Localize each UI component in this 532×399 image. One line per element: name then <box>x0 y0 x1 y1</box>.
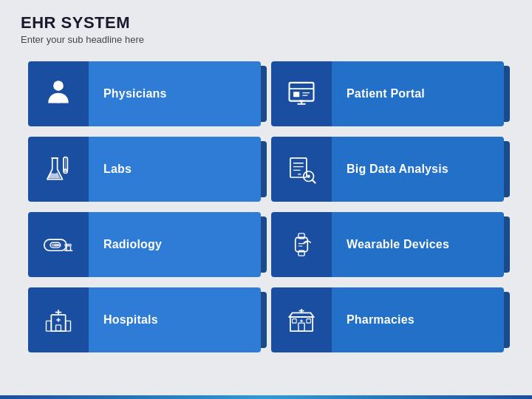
hospital-icon <box>42 304 75 336</box>
svg-rect-45 <box>56 325 61 331</box>
card-pharmacies[interactable]: Pharmacies <box>271 287 504 352</box>
big-data-icon-bg <box>271 137 332 202</box>
radiology-label: Radiology <box>89 212 261 277</box>
wearable-label: Wearable Devices <box>332 212 504 277</box>
pharmacies-label: Pharmacies <box>332 287 504 352</box>
svg-rect-7 <box>293 92 299 97</box>
page-subtitle: Enter your sub headline here <box>21 34 511 45</box>
svg-rect-50 <box>307 319 311 324</box>
bottom-accent-bar <box>0 395 532 399</box>
svg-rect-28 <box>64 244 72 247</box>
card-labs[interactable]: Labs <box>28 137 261 202</box>
patient-portal-icon-bg <box>271 61 332 126</box>
card-big-data[interactable]: Big Data Analysis <box>271 137 504 202</box>
wearable-icon-bg <box>271 212 332 277</box>
card-wearable[interactable]: Wearable Devices <box>271 212 504 277</box>
card-patient-portal[interactable]: Patient Portal <box>271 61 504 126</box>
hospitals-label: Hospitals <box>89 287 261 352</box>
radiology-icon <box>42 228 75 261</box>
svg-rect-5 <box>290 83 314 101</box>
svg-point-0 <box>53 81 64 91</box>
card-physicians[interactable]: Physicians <box>28 61 261 126</box>
labs-label: Labs <box>89 137 261 202</box>
svg-rect-49 <box>293 319 297 324</box>
page-title: EHR SYSTEM <box>21 13 511 33</box>
card-hospitals[interactable]: Hospitals <box>28 287 261 352</box>
big-data-label: Big Data Analysis <box>332 137 504 202</box>
radiology-icon-bg <box>28 212 89 277</box>
labs-icon-bg <box>28 137 89 202</box>
svg-point-23 <box>307 175 310 178</box>
card-radiology[interactable]: Radiology <box>28 212 261 277</box>
svg-line-22 <box>312 180 315 183</box>
bigdata-icon <box>285 153 318 185</box>
page-header: EHR SYSTEM Enter your sub headline here <box>0 0 532 50</box>
svg-rect-32 <box>296 237 308 251</box>
hospitals-icon-bg <box>28 287 89 352</box>
cards-grid: Physicians Patient Portal <box>0 51 532 363</box>
portal-icon <box>285 78 318 110</box>
svg-rect-44 <box>66 321 71 331</box>
wearable-icon <box>285 228 318 261</box>
svg-rect-38 <box>51 315 65 331</box>
patient-portal-label: Patient Portal <box>332 61 504 126</box>
physician-icon <box>42 78 75 110</box>
pharmacies-icon-bg <box>271 287 332 352</box>
svg-rect-43 <box>47 321 52 331</box>
physicians-label: Physicians <box>89 61 261 126</box>
labs-icon <box>42 153 75 185</box>
svg-rect-51 <box>299 323 304 331</box>
physicians-icon-bg <box>28 61 89 126</box>
pharmacy-icon <box>285 304 318 336</box>
